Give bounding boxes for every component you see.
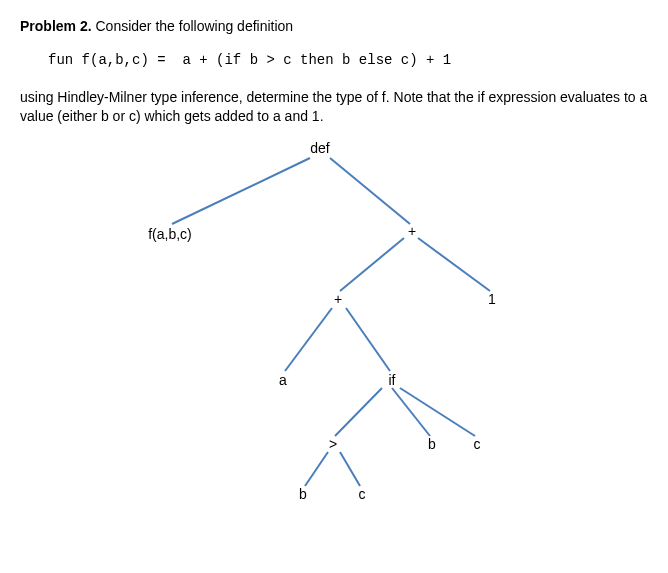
node-a: a	[279, 372, 287, 388]
svg-line-6	[335, 388, 382, 436]
node-if: if	[389, 372, 396, 388]
svg-line-2	[340, 238, 404, 291]
node-c-cmp: c	[359, 486, 366, 502]
svg-line-10	[340, 452, 360, 486]
node-c-else: c	[474, 436, 481, 452]
node-one: 1	[488, 291, 496, 307]
svg-line-4	[285, 308, 332, 371]
svg-line-0	[172, 158, 310, 224]
svg-line-1	[330, 158, 410, 224]
problem-label: Problem 2.	[20, 18, 92, 34]
node-gt: >	[329, 436, 337, 452]
parse-tree: def f(a,b,c) + + 1 a if > b c b c	[20, 136, 648, 506]
problem-heading: Problem 2. Consider the following defini…	[20, 18, 648, 34]
node-f-abc: f(a,b,c)	[148, 226, 192, 242]
node-plus-outer: +	[408, 223, 416, 239]
code-definition: fun f(a,b,c) = a + (if b > c then b else…	[48, 52, 648, 68]
svg-line-9	[305, 452, 328, 486]
problem-intro: Consider the following definition	[95, 18, 293, 34]
problem-description: using Hindley-Milner type inference, det…	[20, 88, 648, 126]
node-plus-inner: +	[334, 291, 342, 307]
node-b-cmp: b	[299, 486, 307, 502]
node-def: def	[310, 140, 329, 156]
svg-line-3	[418, 238, 490, 291]
node-b-then: b	[428, 436, 436, 452]
svg-line-5	[346, 308, 390, 371]
